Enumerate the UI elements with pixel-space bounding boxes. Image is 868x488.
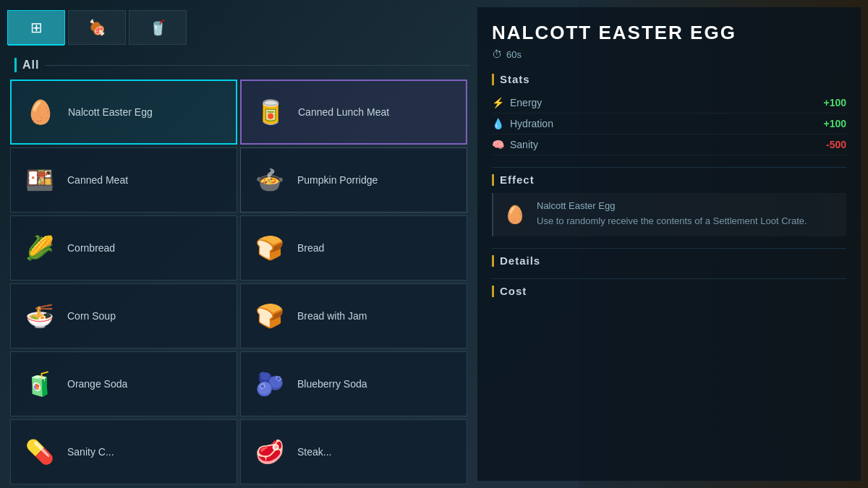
orange-soda-icon: 🧃 xyxy=(20,364,60,404)
cornbread-icon: 🌽 xyxy=(20,228,60,268)
stats-header: Stats xyxy=(492,73,846,85)
bread-icon: 🍞 xyxy=(250,228,290,268)
left-panel: ⊞ 🍖 🥤 All 🥚 Nalcott Easter Egg 🥫 xyxy=(7,7,470,481)
effect-bar xyxy=(492,174,494,186)
cost-bar xyxy=(492,286,494,297)
detail-title: NALCOTT EASTER EGG xyxy=(492,22,846,44)
item-blueberry-soda[interactable]: 🫐 Blueberry Soda xyxy=(240,351,467,416)
effect-title: Effect xyxy=(500,174,535,186)
stat-hydration-value: +100 xyxy=(823,118,846,129)
pumpkin-porridge-label: Pumpkin Porridge xyxy=(297,174,378,187)
details-header: Details xyxy=(492,254,846,267)
main-container: ⊞ 🍖 🥤 All 🥚 Nalcott Easter Egg 🥫 xyxy=(0,0,868,488)
details-section: Details xyxy=(492,254,846,267)
stat-energy-value: +100 xyxy=(823,97,846,108)
divider-2 xyxy=(492,248,846,249)
detail-time: ⏱ 60s xyxy=(492,48,846,60)
stat-hydration: 💧 Hydration +100 xyxy=(492,114,846,134)
effect-header: Effect xyxy=(492,174,846,186)
stats-bar xyxy=(492,74,494,85)
item-orange-soda[interactable]: 🧃 Orange Soda xyxy=(10,351,237,416)
canned-meat-label: Canned Meat xyxy=(67,174,128,187)
item-cornbread[interactable]: 🌽 Cornbread xyxy=(10,215,237,281)
detail-time-value: 60s xyxy=(506,49,522,60)
stat-sanity-value: -500 xyxy=(826,139,846,150)
details-bar xyxy=(492,255,494,267)
steak-icon: 🥩 xyxy=(250,432,290,472)
item-pumpkin-porridge[interactable]: 🍲 Pumpkin Porridge xyxy=(240,147,467,213)
stats-section: Stats ⚡ Energy +100 💧 Hydration +100 🧠 xyxy=(492,73,846,155)
steak-label: Steak... xyxy=(297,445,331,458)
effect-description: Use to randomly receive the contents of … xyxy=(537,214,807,228)
cost-section: Cost xyxy=(492,285,846,297)
effect-section: Effect 🥚 Nalcott Easter Egg Use to rando… xyxy=(492,174,846,236)
item-bread-with-jam[interactable]: 🍞 Bread with Jam xyxy=(240,283,467,348)
pumpkin-porridge-icon: 🍲 xyxy=(250,160,290,200)
corn-soup-label: Corn Soup xyxy=(67,309,116,322)
canned-lunch-meat-label: Canned Lunch Meat xyxy=(298,106,389,119)
meat-icon: 🍖 xyxy=(88,19,106,36)
section-header: All xyxy=(7,53,470,77)
section-line xyxy=(45,65,470,66)
tab-bar: ⊞ 🍖 🥤 xyxy=(7,7,470,48)
effect-box: 🥚 Nalcott Easter Egg Use to randomly rec… xyxy=(492,193,846,236)
stat-sanity: 🧠 Sanity -500 xyxy=(492,134,846,155)
stats-title: Stats xyxy=(500,73,530,85)
stat-energy: ⚡ Energy +100 xyxy=(492,93,846,114)
bread-with-jam-label: Bread with Jam xyxy=(297,309,367,322)
effect-item-name: Nalcott Easter Egg xyxy=(537,200,807,211)
item-canned-meat[interactable]: 🍱 Canned Meat xyxy=(10,147,237,213)
orange-soda-label: Orange Soda xyxy=(67,377,127,390)
item-steak[interactable]: 🥩 Steak... xyxy=(240,419,467,484)
item-nalcott-easter-egg[interactable]: 🥚 Nalcott Easter Egg xyxy=(10,80,237,145)
grid-icon: ⊞ xyxy=(30,19,43,36)
tab-grid[interactable]: ⊞ xyxy=(7,10,65,45)
sanity-c-label: Sanity C... xyxy=(67,445,114,458)
divider-1 xyxy=(492,167,846,168)
sanity-icon: 🧠 xyxy=(492,139,504,150)
tab-drink[interactable]: 🥤 xyxy=(129,10,187,45)
item-corn-soup[interactable]: 🍜 Corn Soup xyxy=(10,283,237,348)
bread-with-jam-icon: 🍞 xyxy=(250,296,290,336)
clock-icon: ⏱ xyxy=(492,48,502,60)
section-title: All xyxy=(22,59,39,72)
divider-3 xyxy=(492,278,846,279)
item-bread[interactable]: 🍞 Bread xyxy=(240,215,467,281)
blueberry-soda-icon: 🫐 xyxy=(250,364,290,404)
cost-header: Cost xyxy=(492,285,846,297)
items-grid: 🥚 Nalcott Easter Egg 🥫 Canned Lunch Meat… xyxy=(7,80,470,484)
item-canned-lunch-meat[interactable]: 🥫 Canned Lunch Meat xyxy=(240,80,467,145)
tab-meat[interactable]: 🍖 xyxy=(68,10,126,45)
blueberry-soda-label: Blueberry Soda xyxy=(297,377,367,390)
cost-title: Cost xyxy=(500,285,527,297)
energy-icon: ⚡ xyxy=(492,97,504,108)
details-title: Details xyxy=(500,254,540,267)
nalcott-easter-egg-label: Nalcott Easter Egg xyxy=(68,106,153,119)
drink-icon: 🥤 xyxy=(149,19,167,36)
effect-text: Nalcott Easter Egg Use to randomly recei… xyxy=(537,200,807,229)
effect-item-icon: 🥚 xyxy=(501,200,529,229)
canned-lunch-meat-icon: 🥫 xyxy=(250,92,291,132)
stat-hydration-label: 💧 Hydration xyxy=(492,118,553,129)
right-panel: NALCOTT EASTER EGG ⏱ 60s Stats ⚡ Energy … xyxy=(477,7,861,481)
hydration-icon: 💧 xyxy=(492,118,504,129)
stat-sanity-label: 🧠 Sanity xyxy=(492,139,538,150)
canned-meat-icon: 🍱 xyxy=(20,160,60,200)
cornbread-label: Cornbread xyxy=(67,241,115,254)
bread-label: Bread xyxy=(297,241,324,254)
stat-energy-label: ⚡ Energy xyxy=(492,97,542,108)
section-bar-decoration xyxy=(14,58,17,72)
sanity-c-icon: 💊 xyxy=(20,432,60,472)
nalcott-easter-egg-icon: 🥚 xyxy=(20,92,61,132)
corn-soup-icon: 🍜 xyxy=(20,296,60,336)
item-sanity-c[interactable]: 💊 Sanity C... xyxy=(10,419,237,484)
